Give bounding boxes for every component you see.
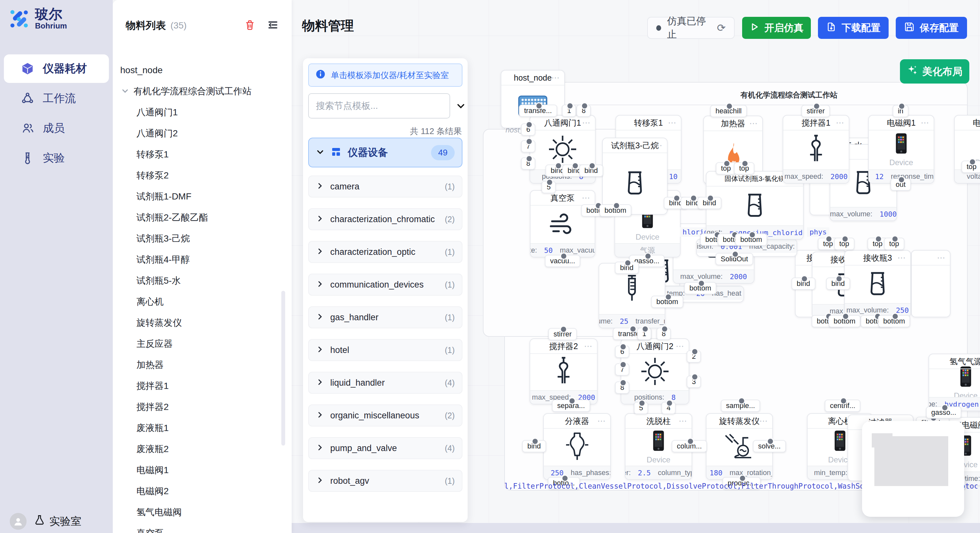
port-chip-vacuu[interactable]: vacuu...: [545, 255, 580, 267]
category-row-characterization_optic[interactable]: characterization_optic(1): [308, 241, 463, 263]
refresh-icon[interactable]: ⟳: [717, 22, 725, 34]
port-chip-6[interactable]: 6: [615, 346, 629, 358]
tree-item[interactable]: 八通阀门1: [113, 103, 292, 122]
port-chip-bind[interactable]: bind: [522, 440, 546, 452]
port-chip-sample[interactable]: sample...: [721, 400, 760, 412]
node-menu-icon[interactable]: ⋯: [654, 141, 663, 151]
tree-item[interactable]: 试剂瓶2-乙酸乙酯: [113, 208, 292, 227]
node-vacuum-pump[interactable]: 真空泵⋯pump_rate:50max_vacuum:0.1: [530, 190, 595, 257]
port-chip-5[interactable]: 5: [634, 402, 648, 414]
port-chip-top[interactable]: top: [716, 162, 736, 174]
node-sep-funnel[interactable]: 分液器⋯volume:250has_phases:true: [543, 413, 611, 480]
category-row-gas_handler[interactable]: gas_handler(1): [308, 306, 463, 328]
tree-item[interactable]: 试剂瓶5-水: [113, 271, 292, 290]
beautify-layout-button[interactable]: 美化布局: [900, 59, 969, 84]
scrollbar[interactable]: [281, 291, 285, 446]
minimap[interactable]: [862, 421, 964, 517]
tree-item[interactable]: 试剂瓶1-DMF: [113, 187, 292, 206]
port-chip-bind[interactable]: bind: [615, 262, 639, 274]
port-chip-transfe[interactable]: transfe...: [519, 105, 557, 117]
port-chip-7[interactable]: 7: [521, 140, 535, 152]
port-chip-8[interactable]: 8: [521, 157, 535, 170]
port-chip-5[interactable]: 5: [541, 181, 556, 194]
node-solenoid2[interactable]: 电磁阀2⋯Devicevoltage:12: [954, 115, 980, 184]
port-chip-3[interactable]: 3: [687, 376, 701, 388]
node-menu-icon[interactable]: ⋯: [668, 118, 677, 128]
collapse-all-chevron-icon[interactable]: [456, 101, 466, 112]
port-chip-centrif[interactable]: centrif...: [825, 400, 861, 412]
category-row-pump_and_valve[interactable]: pump_and_valve(4): [308, 437, 463, 459]
port-chip-8[interactable]: 8: [576, 105, 591, 117]
brand-logo[interactable]: 玻尔 Bohrium: [8, 7, 67, 30]
node-menu-icon[interactable]: ⋯: [582, 193, 591, 203]
port-chip-bind[interactable]: bind: [826, 278, 850, 290]
port-chip-top[interactable]: top: [961, 160, 980, 173]
tree-item[interactable]: 加热器: [113, 355, 292, 374]
port-chip-separa[interactable]: separa...: [552, 400, 590, 412]
tree-item[interactable]: 废液瓶2: [113, 440, 292, 458]
node-menu-icon[interactable]: ⋯: [937, 253, 946, 263]
port-chip-solve[interactable]: solve...: [753, 440, 786, 452]
tree-item[interactable]: 氢气电磁阀: [113, 503, 292, 522]
sidebar-item-experiments[interactable]: 实验: [4, 144, 109, 172]
port-chip-out[interactable]: out: [891, 178, 911, 191]
port-chip-bottom[interactable]: bottom: [684, 282, 716, 294]
port-chip-top[interactable]: top: [834, 238, 854, 250]
node-menu-icon[interactable]: ⋯: [676, 341, 685, 351]
download-config-button[interactable]: 下载配置: [818, 17, 889, 39]
tree-item[interactable]: 试剂瓶3-己烷: [113, 229, 292, 248]
port-chip-stirrer[interactable]: stirrer: [548, 328, 577, 340]
port-chip-bottom[interactable]: bottom: [599, 204, 631, 217]
port-chip-1[interactable]: 1: [637, 328, 651, 340]
port-chip-heatchill[interactable]: heatchill: [710, 105, 747, 117]
sidebar-item-members[interactable]: 成员: [4, 114, 109, 143]
tree-item[interactable]: 电磁阀1: [113, 461, 292, 479]
sidebar-item-instruments[interactable]: 仪器耗材: [4, 54, 109, 83]
tree-item[interactable]: 主反应器: [113, 335, 292, 353]
node-stirrer1[interactable]: 搅拌器1⋯max_speed:2000: [783, 115, 850, 184]
start-simulation-button[interactable]: 开启仿真: [742, 17, 811, 39]
tree-item[interactable]: 废液瓶1: [113, 419, 292, 438]
port-chip-4[interactable]: 4: [662, 402, 676, 414]
port-chip-bottom[interactable]: bottom: [651, 296, 683, 308]
tree-item[interactable]: 真空泵: [113, 524, 292, 533]
node-solenoid1[interactable]: 电磁阀1⋯Devicevoltage:12response_time:0.1: [868, 115, 934, 184]
tree-item[interactable]: 试剂瓶4-甲醇: [113, 250, 292, 269]
node-menu-icon[interactable]: ⋯: [551, 73, 560, 83]
port-chip-bind[interactable]: bind: [579, 165, 603, 177]
avatar[interactable]: [10, 513, 27, 530]
port-chip-bottom[interactable]: bottom: [735, 233, 767, 246]
tree-item[interactable]: 搅拌器2: [113, 398, 292, 416]
node-menu-icon[interactable]: ⋯: [679, 416, 688, 426]
port-chip-8[interactable]: 8: [615, 381, 629, 394]
node-receiverC[interactable]: 接收瓶3⋯max_volume:250: [844, 250, 911, 317]
port-chip-1[interactable]: 1: [562, 105, 576, 117]
category-row-robot_agv[interactable]: robot_agv(1): [308, 470, 463, 492]
category-row-hotel[interactable]: hotel(1): [308, 339, 463, 361]
save-config-button[interactable]: 保存配置: [896, 17, 967, 39]
port-chip-8[interactable]: 8: [657, 328, 671, 340]
port-chip-SolidOut[interactable]: SolidOut: [716, 253, 753, 265]
tree-item[interactable]: 八通阀门2: [113, 124, 292, 143]
category-row-organic_miscellaneous[interactable]: organic_miscellaneous(2): [308, 405, 463, 427]
node-valve2[interactable]: 八通阀门2⋯positions:8: [620, 338, 689, 405]
category-row-liquid_handler[interactable]: liquid_handler(4): [308, 372, 463, 394]
port-chip-colum[interactable]: colum...: [671, 440, 707, 452]
category-row-camera[interactable]: camera(1): [308, 176, 463, 198]
node-h2-source[interactable]: 氢气气源Device_type:hydrogenmax_pre: [929, 354, 980, 411]
node-menu-icon[interactable]: ⋯: [897, 253, 907, 263]
tree-item[interactable]: 离心机: [113, 292, 292, 311]
tree-group-workstation[interactable]: 有机化学流程综合测试工作站: [113, 82, 292, 101]
tree-item[interactable]: 旋转蒸发仪: [113, 314, 292, 332]
search-input[interactable]: [308, 93, 450, 119]
category-row-characterization_chromatic[interactable]: characterization_chromatic(2): [308, 208, 463, 230]
port-chip-in[interactable]: in: [892, 105, 908, 117]
port-chip-stirrer[interactable]: stirrer: [802, 105, 830, 117]
node-reagent3[interactable]: 试剂瓶3-己烷⋯: [602, 138, 668, 215]
minimap-viewport-main[interactable]: [874, 436, 948, 486]
port-chip-7[interactable]: 7: [615, 363, 629, 376]
port-chip-top[interactable]: top: [884, 238, 905, 250]
sidebar-item-workflow[interactable]: 工作流: [4, 84, 109, 113]
port-chip-gasso[interactable]: gasso...: [926, 406, 961, 419]
tree-item[interactable]: 转移泵2: [113, 166, 292, 185]
